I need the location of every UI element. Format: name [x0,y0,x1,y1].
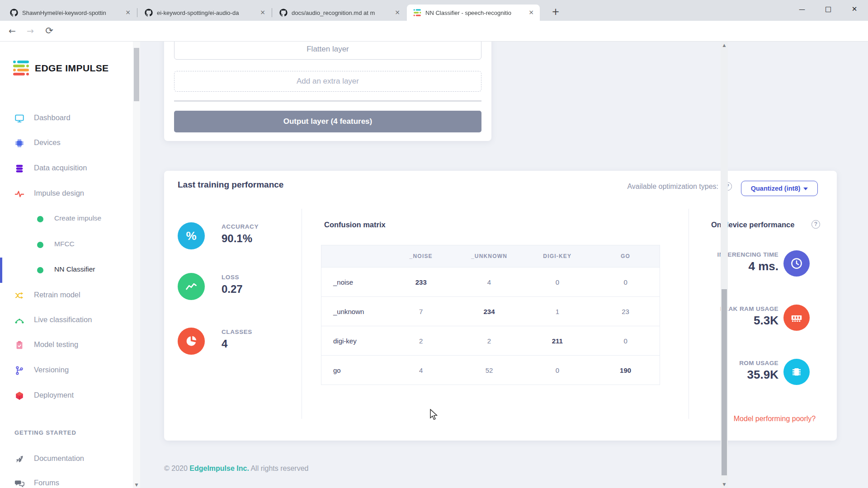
edge-impulse-logo[interactable]: EDGE IMPULSE [13,61,109,75]
table-row: go 4 52 0 190 [321,355,660,385]
line-chart-icon [178,273,205,300]
sidebar-scrollbar-thumb[interactable] [134,48,139,101]
header-cell-empty [321,245,387,267]
page-scrollbar-thumb[interactable] [722,289,727,475]
database-icon [14,164,24,174]
sidebar-item-label: Model testing [34,340,78,349]
back-icon[interactable]: ← [5,23,20,39]
sidebar-item-dashboard[interactable]: Dashboard [0,109,131,127]
model-performing-poorly-link[interactable]: Model performing poorly? [726,415,823,423]
tab-title: ShawnHymel/ei-keyword-spottin [22,9,124,16]
matrix-cell: 23 [591,297,660,326]
tab-close-icon[interactable]: × [393,9,401,17]
stat-inferencing-time: INFERENCING TIME 4 ms. [711,250,823,277]
column-divider [302,209,302,419]
tab-title: docs/audio_recognition.md at m [292,9,393,16]
table-row: _unknown 7 234 1 23 [321,296,660,326]
sidebar-item-devices[interactable]: Devices [0,134,131,152]
sidebar-item-create-impulse[interactable]: Create impulse [0,210,131,228]
flatten-layer-block[interactable]: Flatten layer [174,42,481,60]
card-title: Last training performance [178,180,283,190]
status-dot-icon [37,242,43,248]
metric-accuracy: % ACCURACY 90.1% [178,222,300,250]
scroll-down-arrow-icon[interactable]: ▼ [721,482,728,487]
tab-close-icon[interactable]: × [124,9,132,17]
copyright-text: © 2020 [164,465,188,472]
new-tab-button[interactable]: + [549,5,562,19]
sidebar-item-documentation[interactable]: Documentation [0,450,131,468]
add-extra-layer-button[interactable]: Add an extra layer [174,71,481,92]
scroll-down-arrow-icon[interactable]: ▼ [133,483,140,487]
page-body: EDGE IMPULSE Dashboard Devices Data acqu… [0,42,868,488]
page-scrollbar[interactable]: ▲ ▼ [721,42,728,488]
metric-value: 90.1% [222,232,252,245]
matrix-cell: 211 [523,326,591,355]
confusion-matrix-title: Confusion matrix [324,221,386,229]
github-icon [145,9,153,17]
sidebar-item-label: Dashboard [34,113,71,122]
sidebar-item-live-classification[interactable]: Live classification [0,311,131,329]
sidebar-item-label: Deployment [34,391,74,399]
metric-classes: CLASSES 4 [178,328,300,356]
help-icon[interactable]: ? [811,220,820,229]
training-performance-card: Last training performance Available opti… [164,171,837,441]
sidebar-item-retrain-model[interactable]: Retrain model [0,286,131,305]
forward-icon[interactable]: → [23,23,38,39]
window-minimize-button[interactable]: — [789,0,815,18]
matrix-cell: 4 [455,267,524,296]
pie-chart-icon [178,328,205,355]
clock-icon [783,250,810,277]
tab-github-3[interactable]: docs/audio_recognition.md at m × [273,5,406,21]
matrix-cell: 4 [387,356,455,385]
scroll-up-arrow-icon[interactable]: ▲ [721,43,728,47]
monitor-icon [14,113,24,123]
chip-rom-icon [783,359,810,385]
sidebar-item-impulse-design[interactable]: Impulse design [0,185,131,203]
browser-window: ShawnHymel/ei-keyword-spottin × ei-keywo… [0,0,868,488]
output-layer-block[interactable]: Output layer (4 features) [174,111,481,132]
cube-icon [14,391,24,401]
browser-toolbar: ← → ⟳ studio.edgeimpulse.com/studio/9520… [0,21,868,42]
tab-github-2[interactable]: ei-keyword-spotting/ei-audio-da × [138,5,271,21]
tab-github-1[interactable]: ShawnHymel/ei-keyword-spottin × [4,5,137,21]
sidebar-item-label: Forums [34,479,59,487]
window-close-button[interactable]: ✕ [842,0,867,18]
sidebar-item-versioning[interactable]: Versioning [0,361,131,380]
row-label: go [321,356,387,385]
sidebar-item-data-acquisition[interactable]: Data acquisition [0,160,131,178]
optimization-value: Quantized (int8) [751,185,801,192]
sidebar-scrollbar[interactable]: ▼ [133,42,140,488]
sidebar-item-label: Live classification [34,315,92,324]
company-link[interactable]: EdgeImpulse Inc. [189,465,249,472]
optimization-types-label: Available optimization types: [627,183,718,191]
clipboard-check-icon [14,340,24,350]
sidebar-item-mfcc[interactable]: MFCC [0,236,131,254]
table-header-row: _NOISE _UNKNOWN DIGI-KEY GO [321,245,660,267]
chat-bubbles-icon [14,479,24,488]
tab-close-icon[interactable]: × [259,9,267,17]
sidebar-item-nn-classifier[interactable]: NN Classifier [0,261,131,279]
sidebar: EDGE IMPULSE Dashboard Devices Data acqu… [0,42,140,488]
sidebar-item-label: Impulse design [34,189,84,197]
sidebar-item-forums[interactable]: Forums [0,474,131,488]
sidebar-item-deployment[interactable]: Deployment [0,387,131,405]
row-label: _noise [321,267,387,296]
matrix-cell: 1 [523,297,591,326]
metric-loss: LOSS 0.27 [178,273,300,301]
stat-value: 5.3K [754,314,778,328]
header-cell: DIGI-KEY [523,245,591,267]
header-cell: _NOISE [387,245,455,267]
tab-separator [137,8,137,17]
logo-wordmark: EDGE IMPULSE [35,63,109,74]
sidebar-item-label: Create impulse [54,214,101,222]
header-cell: GO [591,245,660,267]
window-maximize-button[interactable]: □ [816,0,841,18]
nn-architecture-card: Flatten layer Add an extra layer Output … [164,42,491,141]
optimization-dropdown[interactable]: Quantized (int8) [741,181,818,196]
column-divider [689,209,689,419]
tab-close-icon[interactable]: × [527,9,535,17]
reload-icon[interactable]: ⟳ [42,23,57,39]
tab-active-nn-classifier[interactable]: NN Classifier - speech-recognitio × [407,5,540,21]
sidebar-item-model-testing[interactable]: Model testing [0,336,131,354]
github-icon [10,9,18,17]
